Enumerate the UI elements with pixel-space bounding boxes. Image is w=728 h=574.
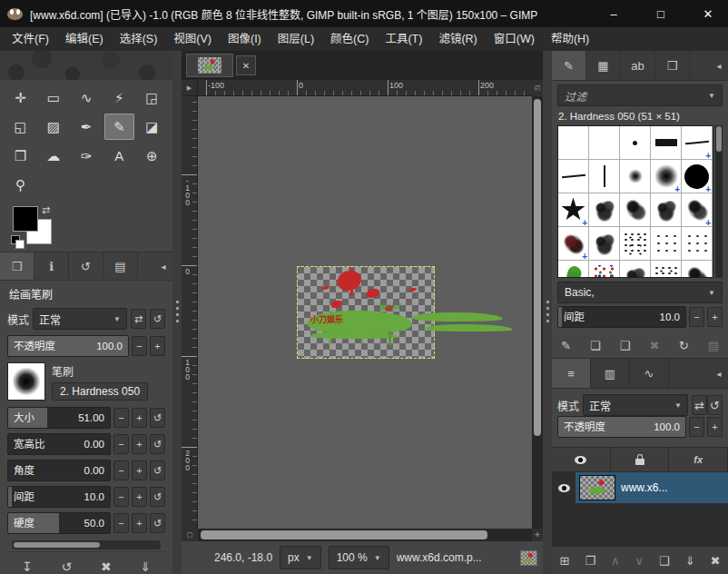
brush-name-button[interactable]: 2. Hardness 050 <box>52 382 148 401</box>
tool-opacity-decrease-button[interactable]: − <box>132 336 147 356</box>
brush-item[interactable] <box>651 126 682 160</box>
new-brush-button[interactable]: ❏ <box>590 340 601 351</box>
hardness-decrease-button[interactable]: − <box>113 513 129 533</box>
brush-item[interactable] <box>620 193 651 227</box>
size-decrease-button[interactable]: − <box>113 408 129 428</box>
restore-tool-preset-button[interactable]: ↺ <box>61 560 72 573</box>
brush-spacing-decrease-button[interactable]: − <box>689 307 704 327</box>
menu-item-9[interactable]: 滤镜(R) <box>430 27 485 51</box>
menu-item-5[interactable]: 图像(I) <box>220 27 270 51</box>
tool-unified-transform[interactable]: ◱ <box>5 114 35 140</box>
effects-column-header[interactable]: fx <box>669 448 728 471</box>
tool-opacity-slider[interactable]: 不透明度100.0 <box>7 335 129 357</box>
menu-item-10[interactable]: 窗口(W) <box>486 27 543 51</box>
brush-item[interactable]: + <box>651 160 682 193</box>
canvas-vertical-scrollbar[interactable] <box>532 96 543 529</box>
tool-gradient[interactable]: ▨ <box>38 114 68 140</box>
swap-colors-icon[interactable]: ⇄ <box>42 204 50 216</box>
zoom-follow-window-button[interactable]: ◰ <box>532 80 543 96</box>
tool-paths[interactable]: ✑ <box>71 143 101 169</box>
new-layer-group-button[interactable]: ❐ <box>585 555 595 567</box>
panel-menu-button[interactable]: ◂ <box>154 252 172 280</box>
hardness-increase-button[interactable]: + <box>132 513 147 533</box>
menu-item-11[interactable]: 帮助(H) <box>543 27 597 51</box>
device-status-tab[interactable]: ℹ <box>34 252 69 280</box>
layer-mode-switch-button[interactable]: ⇄ <box>692 395 707 415</box>
brush-item[interactable] <box>558 126 589 160</box>
layer-opacity-decrease-button[interactable]: − <box>689 417 704 437</box>
brush-item[interactable] <box>589 126 620 160</box>
tool-text[interactable]: A <box>104 143 134 169</box>
brush-item[interactable] <box>589 261 620 278</box>
lock-column-header[interactable] <box>611 448 670 471</box>
brush-item[interactable] <box>682 227 713 261</box>
new-layer-button[interactable]: ⊞ <box>559 555 569 567</box>
visibility-column-header[interactable] <box>552 448 611 471</box>
brush-item[interactable]: + <box>682 193 713 227</box>
brush-item[interactable] <box>682 261 713 278</box>
channels-tab[interactable]: ▥ <box>591 359 630 388</box>
spacing-increase-button[interactable]: + <box>132 487 147 507</box>
layer-opacity-slider[interactable]: 不透明度100.0 <box>557 416 686 438</box>
aspect-ratio-reset-button[interactable]: ↺ <box>150 434 165 454</box>
tool-paintbrush[interactable]: ✎ <box>104 114 134 140</box>
menu-item-7[interactable]: 颜色(C) <box>322 27 377 51</box>
brushes-tab[interactable]: ✎ <box>552 51 586 80</box>
tool-color-picker[interactable]: ⊕ <box>137 143 167 169</box>
brush-item[interactable] <box>620 126 651 160</box>
duplicate-layer-button[interactable]: ❑ <box>659 555 670 567</box>
patterns-tab[interactable]: ▦ <box>586 51 621 80</box>
active-brush-thumbnail[interactable] <box>7 362 45 401</box>
image-tab[interactable] <box>186 54 233 77</box>
tool-crop[interactable]: ◲ <box>137 84 167 111</box>
fonts-tab[interactable]: ab <box>621 51 655 80</box>
spacing-decrease-button[interactable]: − <box>113 487 129 507</box>
brush-item[interactable] <box>589 160 620 193</box>
merge-down-button[interactable]: ⇓ <box>685 555 695 567</box>
ruler-origin-button[interactable]: ▶ <box>182 80 198 96</box>
duplicate-brush-button[interactable]: ❑ <box>620 340 631 351</box>
minimize-button[interactable]: – <box>594 0 634 27</box>
layer-mode-reset-button[interactable]: ↺ <box>707 395 723 415</box>
menu-item-2[interactable]: 编辑(E) <box>57 27 112 51</box>
canvas-horizontal-scrollbar[interactable] <box>198 529 532 541</box>
canvas-image[interactable]: 小刀娱乐 素材网 <box>297 266 435 359</box>
brush-tag-select[interactable]: Basic, ▼ <box>557 282 723 303</box>
default-colors-icon[interactable] <box>11 235 25 248</box>
layer-row[interactable]: www.x6... <box>552 472 728 503</box>
edit-brush-button[interactable]: ✎ <box>561 340 571 351</box>
close-button[interactable]: ✕ <box>688 0 728 27</box>
selected-layer[interactable]: www.x6... <box>576 472 728 503</box>
menu-item-3[interactable]: 选择(S) <box>112 27 166 51</box>
brush-item[interactable] <box>620 160 651 193</box>
tool-fuzzy-select[interactable]: ⚡ <box>104 84 134 111</box>
size-reset-button[interactable]: ↺ <box>150 408 165 428</box>
angle-reset-button[interactable]: ↺ <box>150 460 165 480</box>
brush-item[interactable] <box>651 261 682 278</box>
angle-slider[interactable]: 角度0.00 <box>7 460 111 481</box>
navigation-button[interactable]: ✛ <box>532 529 543 541</box>
tool-smudge[interactable]: ☁ <box>38 143 68 169</box>
maximize-button[interactable]: □ <box>641 0 681 27</box>
aspect-ratio-decrease-button[interactable]: − <box>113 434 129 454</box>
brush-item[interactable] <box>651 193 682 227</box>
brush-filter-input[interactable]: 过滤 ▼ <box>557 84 723 106</box>
menu-item-8[interactable]: 工具(T) <box>377 27 430 51</box>
layer-opacity-increase-button[interactable]: + <box>707 417 723 437</box>
tool-free-select[interactable]: ∿ <box>71 84 101 111</box>
panel-menu-button[interactable]: ◂ <box>710 51 728 80</box>
brush-item[interactable] <box>589 193 620 227</box>
brush-item[interactable] <box>558 160 589 193</box>
size-increase-button[interactable]: + <box>132 408 147 428</box>
zoom-select[interactable]: 100 % ▼ <box>329 546 389 569</box>
layer-mode-select[interactable]: 正常 ▼ <box>583 394 688 416</box>
layers-tab[interactable]: ≡ <box>552 359 591 388</box>
scrollbar-handle[interactable] <box>201 530 487 539</box>
spacing-slider[interactable]: 间距10.0 <box>7 486 111 508</box>
horizontal-ruler[interactable]: -1000100200 <box>198 80 532 96</box>
layer-visibility-toggle[interactable] <box>558 484 570 492</box>
brush-spacing-increase-button[interactable]: + <box>707 307 723 327</box>
document-history-tab[interactable]: ❒ <box>655 51 690 80</box>
tool-options-scrollbar[interactable] <box>12 540 161 549</box>
quick-mask-button[interactable]: ▢ <box>182 529 198 541</box>
